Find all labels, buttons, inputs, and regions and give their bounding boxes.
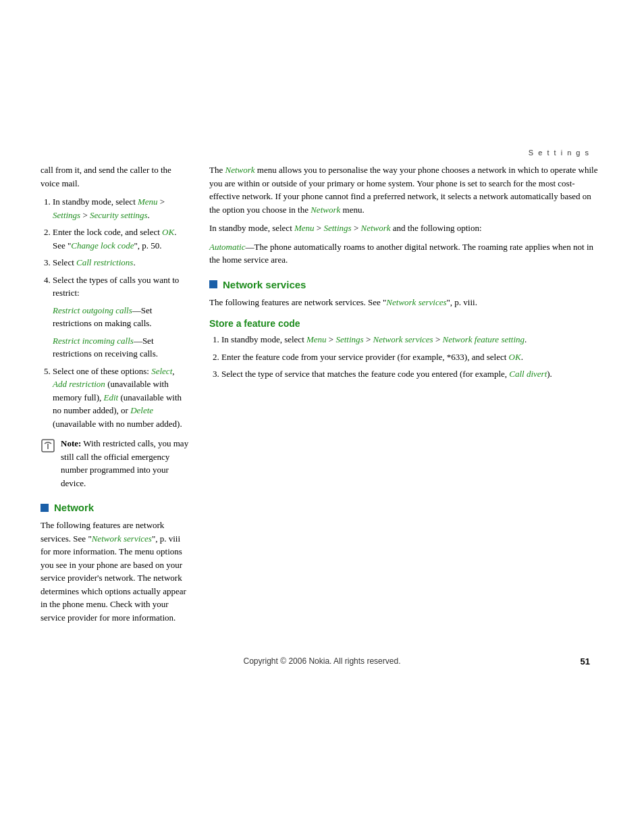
- restrict-incoming-item: Restrict incoming calls—Set restrictions…: [53, 334, 189, 361]
- footer-copyright: Copyright © 2006 Nokia. All rights reser…: [244, 656, 401, 666]
- network-feature-setting-link[interactable]: Network feature setting: [442, 334, 525, 344]
- note-text: Note: With restricted calls, you may sti…: [61, 437, 189, 490]
- store-feature-steps-list: In standby mode, select Menu > Settings …: [209, 333, 603, 381]
- footer-page-number: 51: [581, 656, 590, 667]
- network-menu-link[interactable]: Network: [225, 165, 254, 175]
- restrict-outgoing-label: Restrict outgoing calls: [53, 305, 132, 315]
- automatic-label: Automatic: [209, 242, 245, 252]
- network-section-heading: Network: [41, 502, 189, 513]
- right-column: The Network menu allows you to personali…: [209, 163, 603, 629]
- ok-link-1[interactable]: OK: [162, 227, 174, 237]
- call-restrictions-link[interactable]: Call restrictions: [76, 257, 133, 267]
- automatic-para: Automatic—The phone automatically roams …: [209, 240, 603, 267]
- step-1: In standby mode, select Menu > Settings …: [53, 195, 189, 221]
- select-link[interactable]: Select: [151, 366, 172, 376]
- change-lock-code-link[interactable]: Change lock code: [71, 240, 134, 251]
- network-services-section-heading: Network services: [209, 279, 603, 290]
- store-step-3: Select the type of service that matches …: [221, 367, 603, 381]
- network-services-para: The following features are network servi…: [209, 296, 603, 309]
- standby-para: In standby mode, select Menu > Settings …: [209, 221, 603, 235]
- menu-link[interactable]: Menu: [138, 197, 158, 207]
- network-blue-square: [41, 504, 49, 512]
- call-divert-link[interactable]: Call divert: [509, 369, 547, 379]
- network-services-link-left[interactable]: Network services: [92, 533, 152, 544]
- footer: Copyright © 2006 Nokia. All rights reser…: [41, 656, 603, 666]
- note-icon: [41, 438, 55, 453]
- ok-link-store[interactable]: OK: [509, 352, 521, 362]
- store-step-2: Enter the feature code from your service…: [221, 350, 603, 364]
- network-menu-para: The Network menu allows you to personali…: [209, 163, 603, 216]
- page: S e t t i n g s call from it, and send t…: [0, 0, 644, 834]
- step-4: Select the types of calls you want to re…: [53, 273, 189, 361]
- store-feature-code-heading: Store a feature code: [209, 318, 603, 329]
- network-services-heading: Network services: [223, 279, 306, 290]
- network-services-blue-square: [209, 280, 217, 288]
- add-restriction-link[interactable]: Add restriction: [53, 379, 105, 389]
- network-link-inline[interactable]: Network: [311, 205, 340, 215]
- network-services-link-right[interactable]: Network services: [386, 297, 446, 307]
- network-services-link-store[interactable]: Network services: [373, 334, 433, 344]
- restrict-incoming-label: Restrict incoming calls: [53, 336, 134, 346]
- restrict-outgoing-item: Restrict outgoing calls—Set restrictions…: [53, 304, 189, 330]
- content-area: call from it, and send the caller to the…: [0, 163, 644, 629]
- left-column: call from it, and send the caller to the…: [41, 163, 189, 629]
- header-title: S e t t i n g s: [529, 149, 590, 157]
- edit-link[interactable]: Edit: [103, 392, 118, 402]
- step-3: Select Call restrictions.: [53, 256, 189, 269]
- delete-link[interactable]: Delete: [130, 405, 153, 415]
- store-step-1: In standby mode, select Menu > Settings …: [221, 333, 603, 346]
- security-settings-link[interactable]: Security settings: [90, 210, 148, 220]
- step-5: Select one of these options: Select, Add…: [53, 365, 189, 431]
- page-header: S e t t i n g s: [0, 0, 644, 163]
- step-2: Enter the lock code, and select OK. See …: [53, 226, 189, 252]
- menu-link-right[interactable]: Menu: [294, 223, 315, 233]
- network-heading: Network: [54, 502, 94, 513]
- left-steps-list: In standby mode, select Menu > Settings …: [41, 195, 189, 430]
- network-para: The following features are network servi…: [41, 519, 189, 624]
- settings-link-store[interactable]: Settings: [336, 334, 363, 344]
- footer-area: Copyright © 2006 Nokia. All rights reser…: [0, 656, 644, 666]
- settings-link-right[interactable]: Settings: [323, 223, 351, 233]
- menu-link-store[interactable]: Menu: [306, 334, 327, 344]
- intro-text: call from it, and send the caller to the…: [41, 163, 189, 190]
- automatic-text: —The phone automatically roams to anothe…: [209, 242, 593, 265]
- note-box: Note: With restricted calls, you may sti…: [41, 437, 189, 490]
- note-label: Note:: [61, 438, 81, 448]
- network-link-right[interactable]: Network: [360, 223, 390, 233]
- settings-link[interactable]: Settings: [53, 210, 80, 220]
